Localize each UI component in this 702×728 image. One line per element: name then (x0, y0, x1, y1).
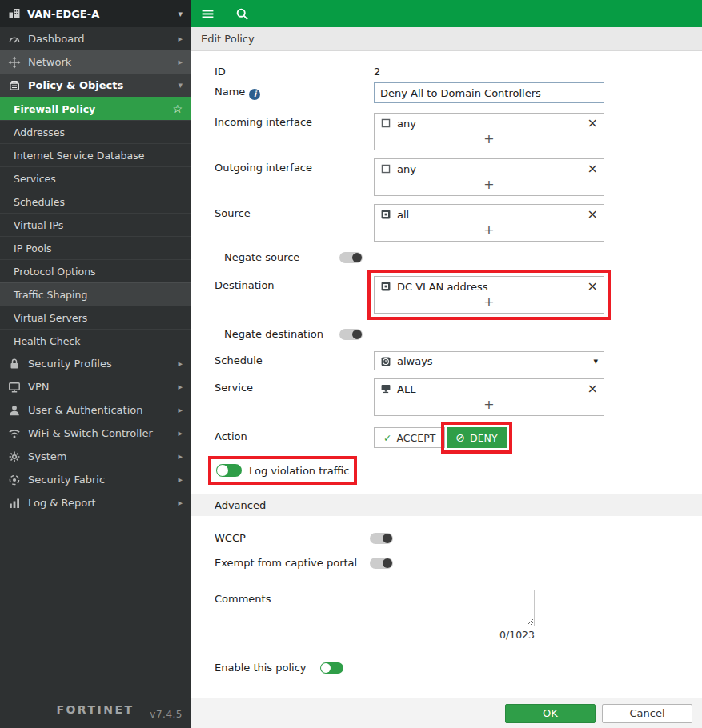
clock-icon (380, 356, 391, 367)
sidebar-item-policy-objects[interactable]: Policy & Objects ▾ (0, 74, 191, 97)
user-icon (8, 404, 21, 417)
edit-policy-panel: ID 2 Namei Incoming interface any (191, 51, 702, 728)
sidebar-subitem-services[interactable]: Services (0, 166, 191, 190)
service-entry[interactable]: ALL × (375, 379, 604, 398)
schedule-select[interactable]: always ▾ (374, 351, 604, 370)
sidebar-subitem-schedules[interactable]: Schedules (0, 190, 191, 213)
sidebar-item-system[interactable]: System ▸ (0, 445, 191, 468)
policy-form: ID 2 Namei Incoming interface any (191, 51, 702, 698)
cancel-button[interactable]: Cancel (602, 704, 692, 723)
comments-counter: 0/1023 (303, 629, 535, 641)
version-label: v7.4.5 (150, 709, 183, 720)
wccp-toggle[interactable] (370, 533, 393, 544)
section-advanced[interactable]: Advanced (191, 494, 702, 516)
remove-icon[interactable]: × (588, 280, 598, 293)
sidebar-subitem-virtual-servers[interactable]: Virtual Servers (0, 306, 191, 329)
sidebar-item-security-profiles[interactable]: Security Profiles ▸ (0, 352, 191, 375)
sidebar-subitem-internet-service-database[interactable]: Internet Service Database (0, 143, 191, 166)
remove-icon[interactable]: × (588, 117, 598, 130)
sidebar-item-user-authentication[interactable]: User & Authentication ▸ (0, 398, 191, 422)
caret-down-icon: ▾ (178, 9, 183, 19)
enable-policy-toggle[interactable] (320, 662, 343, 674)
field-name: Namei (215, 82, 692, 103)
sidebar-subitem-firewall-policy[interactable]: Firewall Policy ☆ (0, 97, 191, 120)
remove-icon[interactable]: × (588, 382, 598, 395)
field-outgoing-interface: Outgoing interface any × + (215, 158, 692, 196)
sidebar-subitem-traffic-shaping[interactable]: Traffic Shaping (0, 282, 191, 306)
hamburger-menu-icon[interactable] (201, 7, 215, 21)
wifi-icon (8, 427, 21, 440)
item-label: Security Profiles (28, 358, 112, 370)
sidebar-item-security-fabric[interactable]: Security Fabric ▸ (0, 468, 191, 491)
comments-label: Comments (215, 590, 303, 605)
entry-label: ALL (397, 383, 415, 395)
service-icon (380, 383, 391, 394)
device-selector[interactable]: VAN-EDGE-A ▾ (0, 0, 191, 27)
sidebar-footer: FORTINET v7.4.5 (0, 691, 191, 728)
name-input[interactable] (374, 82, 604, 103)
comments-textarea[interactable] (303, 590, 535, 626)
policy-objects-icon (8, 79, 21, 92)
sidebar-item-network[interactable]: Network ▸ (0, 50, 191, 74)
add-entry-button[interactable]: + (375, 398, 604, 415)
star-icon[interactable]: ☆ (172, 102, 183, 115)
form-footer: OK Cancel (191, 698, 702, 728)
action-accept-button[interactable]: ✓ ACCEPT (374, 427, 445, 448)
action-deny-button[interactable]: ⊘ DENY (447, 427, 506, 448)
sidebar-subitem-virtual-ips[interactable]: Virtual IPs (0, 213, 191, 236)
field-wccp: WCCP (215, 532, 692, 544)
add-entry-button[interactable]: + (375, 295, 604, 313)
exempt-captive-portal-toggle[interactable] (370, 558, 393, 569)
item-label: Dashboard (28, 33, 85, 45)
source-entry[interactable]: all × (375, 205, 604, 223)
destination-entry[interactable]: DC VLAN address × (375, 277, 604, 295)
ok-button[interactable]: OK (505, 704, 596, 723)
service-label: Service (215, 378, 374, 394)
add-entry-button[interactable]: + (375, 132, 604, 150)
sidebar-item-vpn[interactable]: VPN ▸ (0, 375, 191, 398)
sidebar-subitem-addresses[interactable]: Addresses (0, 120, 191, 143)
remove-icon[interactable]: × (588, 162, 598, 175)
field-destination: Destination DC VLAN address × + (215, 276, 692, 314)
field-action: Action ✓ ACCEPT ⊘ DENY (215, 427, 692, 448)
address-icon (380, 281, 391, 292)
log-violation-toggle[interactable] (216, 464, 242, 477)
field-enable-policy: Enable this policy (215, 662, 692, 674)
chevron-right-icon: ▸ (178, 382, 183, 392)
sidebar-nav: Dashboard ▸ Network ▸ Policy & Objects ▾… (0, 27, 191, 514)
sidebar-subitem-health-check[interactable]: Health Check (0, 329, 191, 352)
entry-label: DC VLAN address (397, 281, 487, 293)
field-negate-source: Negate source (215, 251, 692, 263)
remove-icon[interactable]: × (588, 208, 598, 221)
field-negate-destination: Negate destination (215, 328, 692, 340)
chevron-right-icon: ▸ (178, 57, 183, 67)
dashboard-icon (8, 33, 21, 46)
item-label: User & Authentication (28, 404, 142, 416)
sidebar-item-wifi-switch-controller[interactable]: WiFi & Switch Controller ▸ (0, 422, 191, 445)
info-icon[interactable]: i (249, 89, 260, 100)
id-value: 2 (374, 62, 380, 78)
item-label: Log & Report (28, 497, 96, 509)
negate-destination-toggle[interactable] (339, 329, 363, 340)
item-label: Network (28, 56, 71, 68)
incoming-interface-entry[interactable]: any × (375, 114, 604, 132)
chevron-right-icon: ▸ (178, 451, 183, 462)
outgoing-interface-entry[interactable]: any × (375, 159, 604, 178)
sidebar-item-log-report[interactable]: Log & Report ▸ (0, 491, 191, 514)
enable-policy-label: Enable this policy (215, 662, 320, 674)
add-entry-button[interactable]: + (375, 178, 604, 195)
add-entry-button[interactable]: + (375, 223, 604, 241)
search-icon[interactable] (235, 7, 249, 21)
fortinet-logo: FORTINET (56, 703, 134, 716)
destination-label: Destination (215, 276, 374, 291)
name-label-text: Name (215, 86, 245, 98)
sidebar-subitem-protocol-options[interactable]: Protocol Options (0, 259, 191, 282)
destination-box: DC VLAN address × + (374, 276, 604, 314)
name-label: Namei (215, 82, 374, 100)
subitem-label: Virtual Servers (14, 312, 87, 324)
annotation-deny-highlight: ⊘ DENY (447, 427, 506, 448)
sidebar-subitem-ip-pools[interactable]: IP Pools (0, 236, 191, 259)
sidebar-item-dashboard[interactable]: Dashboard ▸ (0, 27, 191, 50)
negate-source-toggle[interactable] (339, 252, 363, 263)
outgoing-interface-label: Outgoing interface (215, 158, 374, 174)
